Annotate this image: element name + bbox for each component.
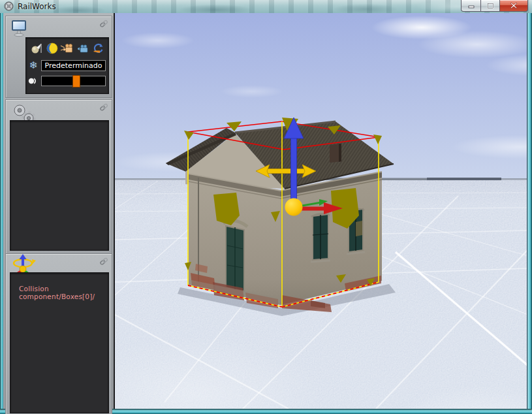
maximize-button[interactable] (481, 0, 500, 12)
window-title: RailWorks (18, 2, 56, 11)
light-sphere-icon (31, 43, 42, 54)
selection-path-text: Collision component/Boxes[0]/ (10, 273, 108, 300)
scene-overlay (115, 13, 527, 409)
light-slider[interactable] (41, 76, 106, 86)
minimize-icon (468, 3, 475, 8)
viewport-3d[interactable] (114, 13, 527, 409)
camera-a-button[interactable] (60, 42, 74, 55)
moon-icon (46, 42, 58, 54)
camera-b-button[interactable] (76, 42, 90, 55)
app-logo-icon (4, 1, 14, 11)
light-slider-handle[interactable] (72, 75, 80, 88)
snowflake-icon: ❄ (28, 59, 39, 71)
minimize-button[interactable] (461, 0, 481, 12)
time-of-day-button[interactable] (45, 42, 59, 55)
window-1-sill (311, 261, 330, 262)
display-panel-body: ❄ Predeterminado (25, 37, 109, 94)
reset-view-button[interactable] (91, 42, 105, 55)
gizmo-center-handle[interactable] (285, 199, 303, 216)
panel-transform: Collision component/Boxes[0]/ (5, 253, 112, 414)
panel-settings (5, 99, 112, 255)
transform-panel-body[interactable]: Collision component/Boxes[0]/ (10, 272, 109, 413)
close-icon (510, 2, 518, 9)
maximize-icon (487, 3, 494, 9)
panel-display: ❄ Predeterminado (5, 16, 112, 98)
film-camera-orange-icon (60, 43, 74, 54)
window-border-right (527, 13, 532, 414)
reset-arrows-icon (92, 42, 104, 54)
film-camera-blue-icon (77, 44, 89, 54)
link-icon[interactable] (99, 257, 108, 266)
close-button[interactable] (500, 0, 528, 12)
light-tool-button[interactable] (29, 42, 44, 55)
link-icon[interactable] (99, 19, 108, 28)
settings-panel-body[interactable] (10, 120, 109, 251)
season-preset-field[interactable]: Predeterminado (41, 60, 106, 71)
title-bar[interactable]: RailWorks (0, 0, 532, 14)
tool-sidebar: ❄ Predeterminado (3, 13, 114, 409)
toggle-icon (28, 77, 39, 85)
link-icon[interactable] (99, 103, 108, 112)
railworks-window: RailWorks (0, 0, 532, 414)
monitor-icon (10, 18, 29, 38)
